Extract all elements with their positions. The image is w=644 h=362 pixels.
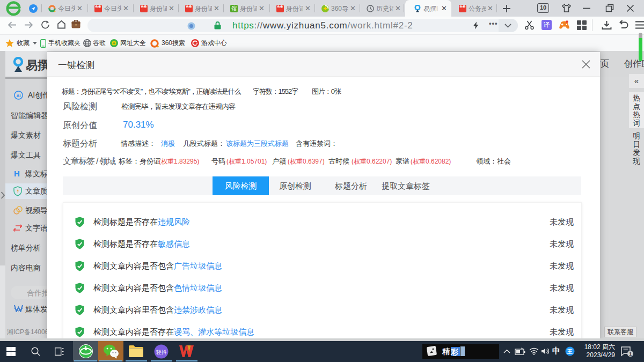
svg-text:王: 王: [567, 349, 573, 354]
svg-text:AI: AI: [17, 93, 21, 98]
svg-text:轻抖: 轻抖: [156, 349, 167, 355]
svg-text:1: 1: [629, 351, 632, 357]
